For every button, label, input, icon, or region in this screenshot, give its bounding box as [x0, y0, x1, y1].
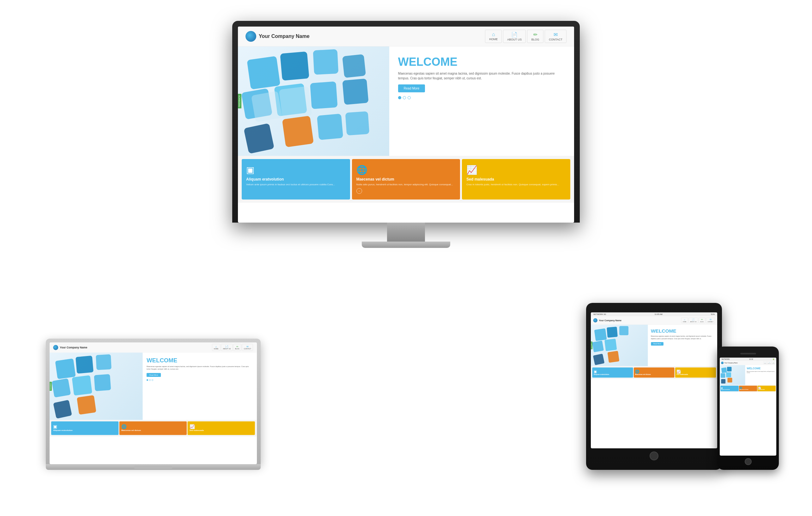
tablet-home-button[interactable] — [649, 452, 659, 460]
svg-rect-30 — [727, 367, 731, 371]
tablet-feature-title-2: Maecenas vel dictum — [635, 374, 673, 376]
laptop-nav-about[interactable]: 📄 ABOUT US — [221, 344, 233, 351]
feature-arrow[interactable]: → — [356, 188, 362, 194]
nav-contact[interactable]: ✉ CONTACT — [545, 30, 567, 43]
dot-active[interactable] — [398, 96, 401, 99]
responsive-design-showcase: Your Company Name ⌂ HOME 📄 ABOUT US — [27, 21, 785, 495]
phone-network: NETWORK — [722, 358, 730, 360]
laptop-feature-title-3: Sed malesuada — [190, 429, 253, 432]
feature-text-1: Vellum ante ipsum primis in faubus orci … — [246, 183, 346, 186]
phone: NETWORK 12:32 🔋 Your Company Name ⌂HOME … — [717, 347, 779, 470]
laptop-hero: FEEDBACK — [50, 353, 257, 420]
tablet-feature-icon-2: 🌐 — [635, 370, 673, 374]
laptop-dot-2 — [149, 379, 151, 381]
feedback-tab[interactable]: FEEDBACK — [238, 94, 241, 108]
nav-blog[interactable]: ✏ BLOG — [527, 30, 544, 43]
laptop-nav-blog[interactable]: ✏ BLOG — [233, 344, 241, 351]
company-name: Your Company Name — [259, 33, 310, 39]
svg-rect-26 — [604, 338, 617, 351]
phone-hero-text: Maecenas egestas sapien sit amet magna l… — [747, 371, 775, 373]
laptop-feature-title-1: Aliquam eratvolution — [53, 429, 117, 432]
svg-rect-29 — [721, 368, 727, 373]
phone-blog-label: BLOG — [773, 363, 775, 364]
hero-tiles-svg — [238, 47, 389, 156]
laptop-blog-icon: ✏ — [236, 345, 238, 348]
feature-title-1: Aliquam eratvolution — [246, 177, 346, 182]
svg-rect-19 — [94, 374, 111, 391]
tablet-nav-about[interactable]: 📄ABOUT US — [689, 318, 698, 323]
phone-nav-about[interactable]: 📄ABOUT US — [767, 361, 772, 364]
home-icon: ⌂ — [492, 32, 495, 37]
laptop-feedback-tab: FEEDBACK — [50, 382, 52, 391]
phone-feature-3: 📈 Sed malesuada — [757, 386, 776, 391]
svg-rect-32 — [726, 373, 731, 378]
phone-feature-title-1: Aliquam eratvolution — [721, 389, 738, 390]
laptop-dot-1 — [147, 379, 148, 381]
monitor-stand-base — [362, 242, 450, 248]
feature-title-2: Maecenas vel dictum — [356, 177, 456, 182]
about-icon: 📄 — [511, 32, 518, 37]
monitor-screen: Your Company Name ⌂ HOME 📄 ABOUT US — [238, 27, 574, 223]
tablet-read-more[interactable]: Read More — [651, 342, 664, 346]
nav-contact-label: CONTACT — [549, 38, 562, 41]
laptop-company-name: Your Company Name — [60, 346, 87, 349]
feature-icon-chat: ▣ — [246, 165, 346, 175]
hero-title: WELCOME — [398, 55, 565, 69]
phone-tiles — [720, 365, 745, 385]
phone-hero: WELCOME Maecenas egestas sapien sit amet… — [720, 365, 776, 385]
laptop-nav-contact[interactable]: ✉ CONTACT — [242, 344, 253, 351]
tablet-contact-label: CONTACT — [707, 321, 713, 322]
hero-content: WELCOME Maecenas egestas sapien sit amet… — [389, 47, 574, 156]
feature-card-maecenas: 🌐 Maecenas vel dictum Nulla odio purus, … — [352, 159, 460, 199]
laptop-hero-title: WELCOME — [147, 357, 253, 363]
svg-rect-6 — [310, 81, 338, 109]
tablet-nav-blog[interactable]: ✏BLOG — [699, 318, 705, 323]
svg-rect-8 — [282, 116, 314, 147]
feature-title-3: Sed malesuada — [466, 177, 566, 182]
tablet-logo: Your Company Name — [593, 318, 621, 323]
nav-about-us[interactable]: 📄 ABOUT US — [503, 30, 526, 43]
site-nav: ⌂ HOME 📄 ABOUT US ✏ BLOG — [485, 30, 567, 43]
phone-nav-blog[interactable]: ✏BLOG — [772, 361, 775, 364]
laptop-feature-icon-2: 🌐 — [121, 424, 185, 429]
phone-home-button[interactable] — [745, 458, 752, 465]
phone-battery: 🔋 — [773, 358, 775, 360]
tablet-nav-contact[interactable]: ✉CONTACT — [706, 318, 715, 323]
laptop-nav-home[interactable]: ⌂ HOME — [212, 344, 220, 351]
tablet-feature-2: 🌐 Maecenas vel dictum — [634, 368, 674, 378]
phone-feature-2: 🌐 Maecenas vel dictum — [739, 386, 757, 391]
contact-icon: ✉ — [554, 32, 558, 37]
svg-rect-11 — [345, 111, 370, 136]
svg-rect-9 — [317, 113, 343, 140]
laptop-dots — [147, 379, 253, 381]
svg-rect-14 — [55, 358, 76, 379]
dot-2[interactable] — [403, 96, 406, 99]
tablet-network: NETWORK 3G — [593, 313, 606, 315]
laptop-read-more[interactable]: Read More — [147, 373, 161, 377]
laptop-trackpad — [134, 466, 172, 469]
svg-rect-10 — [243, 123, 274, 154]
read-more-button[interactable]: Read More — [398, 84, 425, 92]
svg-rect-1 — [280, 52, 309, 81]
hero-body-text: Maecenas egestas sapien sit amet magna l… — [398, 71, 565, 81]
tablet-nav-home[interactable]: ⌂HOME — [681, 318, 688, 323]
phone-hero-content: WELCOME Maecenas egestas sapien sit amet… — [745, 365, 776, 385]
svg-rect-24 — [619, 326, 629, 335]
phone-screen: NETWORK 12:32 🔋 Your Company Name ⌂HOME … — [720, 358, 776, 456]
phone-logo-globe — [721, 362, 724, 364]
phone-speaker — [740, 353, 756, 354]
dot-3[interactable] — [408, 96, 411, 99]
svg-rect-15 — [76, 356, 93, 374]
svg-rect-13 — [279, 86, 312, 119]
svg-rect-7 — [342, 78, 369, 105]
nav-home[interactable]: ⌂ HOME — [485, 30, 502, 43]
phone-logo: Your Company Name — [721, 362, 738, 364]
tablet-logo-globe — [593, 318, 598, 323]
tablet-feature-icon-1: ▣ — [594, 370, 632, 374]
svg-rect-21 — [53, 400, 72, 418]
tablet-about-icon: 📄 — [692, 318, 694, 321]
tablet-header: Your Company Name ⌂HOME 📄ABOUT US ✏BLOG … — [591, 316, 717, 325]
phone-nav-home[interactable]: ⌂HOME — [763, 361, 767, 364]
phone-features: ▣ Aliquam eratvolution 🌐 Maecenas vel di… — [720, 385, 776, 392]
tablet-hero: FEEDBACK WE — [591, 325, 717, 366]
